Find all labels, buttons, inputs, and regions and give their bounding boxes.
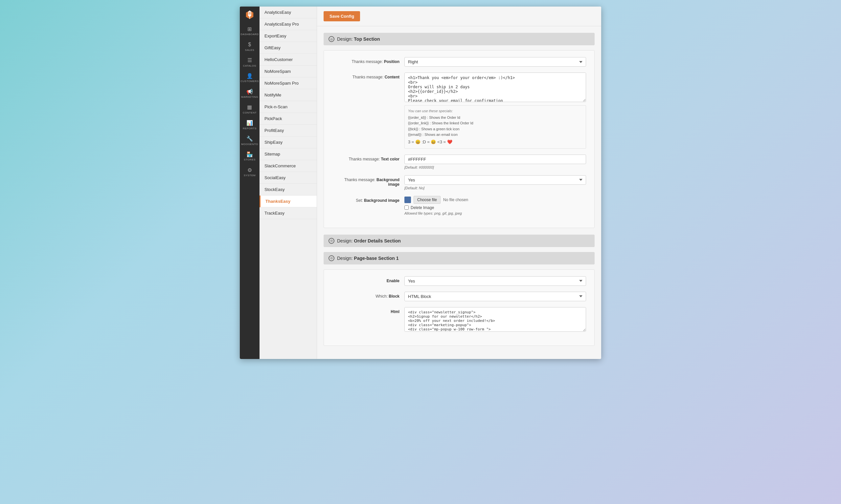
form-row-which-block: Which: BlockHTML BlockCMS Block bbox=[332, 292, 586, 301]
control-which-block: HTML BlockCMS Block bbox=[405, 292, 586, 301]
control-thanks-text-color: [Default: #000000] bbox=[405, 155, 586, 169]
control-thanks-bg-image: YesNo[Default: No] bbox=[405, 175, 586, 190]
icon-sidebar: ⊞DASHBOARD$SALES☰CATALOG👤CUSTOMERS📢MARKE… bbox=[240, 6, 259, 359]
menu-item-export-easy[interactable]: ExportEasy bbox=[259, 30, 317, 42]
system-icon: ⚙ bbox=[246, 167, 253, 173]
html-content-html-textarea[interactable] bbox=[405, 307, 586, 332]
section-title-order-details-section: Design: Order Details Section bbox=[337, 238, 401, 244]
menu-sidebar: AnalyticsEasyAnalyticsEasy ProExportEasy… bbox=[259, 6, 317, 359]
thanks-text-color-input[interactable] bbox=[405, 155, 586, 164]
file-upload-row: Choose fileNo file chosen bbox=[405, 196, 586, 204]
delete-image-checkbox[interactable] bbox=[405, 205, 409, 210]
form-row-set-bg-image: Set: Background imageChoose fileNo file … bbox=[332, 196, 586, 215]
menu-item-pick-pack[interactable]: PickPack bbox=[259, 113, 317, 125]
sidebar-item-reports[interactable]: 📊REPORTS bbox=[240, 117, 259, 133]
magento-logo-icon bbox=[244, 10, 255, 20]
toggle-icon-order-details-section: ⊖ bbox=[328, 238, 334, 244]
menu-item-no-more-spam[interactable]: NoMoreSpam bbox=[259, 66, 317, 77]
section-header-page-base-section-1[interactable]: ⊖ Design: Page-base Section 1 bbox=[324, 252, 595, 265]
form-section-top-section: Thanks message: PositionLeftCenterRightT… bbox=[324, 50, 595, 228]
label-thanks-position: Thanks message: Position bbox=[332, 57, 405, 64]
save-config-button[interactable]: Save Config bbox=[324, 11, 360, 21]
menu-item-no-more-spam-pro[interactable]: NoMoreSpam Pro bbox=[259, 77, 317, 89]
menu-item-analytics-easy[interactable]: AnalyticsEasy bbox=[259, 6, 317, 18]
menu-item-hello-customer[interactable]: HelloCustomer bbox=[259, 54, 317, 66]
menu-item-analytics-easy-pro[interactable]: AnalyticsEasy Pro bbox=[259, 18, 317, 30]
thanks-text-color-helper: [Default: #000000] bbox=[405, 165, 586, 169]
label-enable: Enable bbox=[332, 276, 405, 283]
label-set-bg-image: Set: Background image bbox=[332, 196, 405, 203]
form-row-thanks-content: Thanks message: ContentYou can use these… bbox=[332, 73, 586, 149]
menu-item-thanks-easy[interactable]: ThanksEasy bbox=[259, 196, 317, 208]
toggle-icon-top-section: ⊖ bbox=[328, 36, 334, 42]
label-html-content: Html bbox=[332, 307, 405, 314]
which-block-select[interactable]: HTML BlockCMS Block bbox=[405, 292, 586, 301]
control-html-content bbox=[405, 307, 586, 333]
form-row-thanks-text-color: Thanks message: Text color[Default: #000… bbox=[332, 155, 586, 169]
control-thanks-position: LeftCenterRight bbox=[405, 57, 586, 67]
label-thanks-bg-image: Thanks message: Background image bbox=[332, 175, 405, 187]
menu-item-gift-easy[interactable]: GiftEasy bbox=[259, 42, 317, 54]
sidebar-item-marketing[interactable]: 📢MARKETING bbox=[240, 86, 259, 102]
sidebar-item-content[interactable]: ▦CONTENT bbox=[240, 102, 259, 117]
sidebar-item-sales[interactable]: $SALES bbox=[240, 39, 259, 54]
control-set-bg-image: Choose fileNo file chosenDelete ImageAll… bbox=[405, 196, 586, 215]
reports-icon: 📊 bbox=[246, 120, 253, 126]
section-header-order-details-section[interactable]: ⊖ Design: Order Details Section bbox=[324, 235, 595, 247]
main-content: Save Config ⊖ Design: Top Section Thanks… bbox=[317, 6, 601, 359]
logo-area bbox=[240, 6, 259, 23]
no-file-label: No file chosen bbox=[443, 198, 468, 202]
top-bar: Save Config bbox=[317, 6, 601, 26]
sidebar-item-system[interactable]: ⚙SYSTEM bbox=[240, 164, 259, 180]
menu-item-stock-easy[interactable]: StockEasy bbox=[259, 184, 317, 196]
section-title-top-section: Design: Top Section bbox=[337, 36, 380, 42]
sidebar-item-customers[interactable]: 👤CUSTOMERS bbox=[240, 70, 259, 86]
sidebar-item-dashboard[interactable]: ⊞DASHBOARD bbox=[240, 23, 259, 39]
choose-file-button[interactable]: Choose file bbox=[414, 196, 441, 204]
form-section-page-base-section-1: EnableYesNoWhich: BlockHTML BlockCMS Blo… bbox=[324, 269, 595, 346]
menu-item-social-easy[interactable]: SocialEasy bbox=[259, 172, 317, 184]
sales-icon: $ bbox=[246, 41, 253, 48]
file-color-indicator bbox=[405, 197, 411, 203]
thanks-content-textarea[interactable] bbox=[405, 73, 586, 102]
customers-icon: 👤 bbox=[246, 73, 253, 79]
app-wrapper: ⊞DASHBOARD$SALES☰CATALOG👤CUSTOMERS📢MARKE… bbox=[240, 6, 601, 359]
menu-item-ship-easy[interactable]: ShipEasy bbox=[259, 137, 317, 148]
form-row-html-content: Html bbox=[332, 307, 586, 333]
form-row-thanks-position: Thanks message: PositionLeftCenterRight bbox=[332, 57, 586, 67]
control-enable: YesNo bbox=[405, 276, 586, 286]
menu-item-pick-n-scan[interactable]: Pick-n-Scan bbox=[259, 101, 317, 113]
file-types-text: Allowed file types: png, gif, jpg, jpeg bbox=[405, 211, 586, 215]
toggle-icon-page-base-section-1: ⊖ bbox=[328, 255, 334, 261]
sidebar-item-stores[interactable]: 🏪STORES bbox=[240, 148, 259, 164]
catalog-icon: ☰ bbox=[246, 57, 253, 64]
moogento-icon: 🔧 bbox=[246, 136, 253, 142]
control-thanks-content: You can use these specials:{{order_id}} … bbox=[405, 73, 586, 149]
sidebar-item-moogento[interactable]: 🔧MOOGENTO bbox=[240, 133, 259, 149]
form-row-enable: EnableYesNo bbox=[332, 276, 586, 286]
content-icon: ▦ bbox=[246, 104, 253, 111]
label-which-block: Which: Block bbox=[332, 292, 405, 299]
stores-icon: 🏪 bbox=[246, 151, 253, 158]
section-title-page-base-section-1: Design: Page-base Section 1 bbox=[337, 256, 399, 261]
sidebar-item-catalog[interactable]: ☰CATALOG bbox=[240, 54, 259, 70]
marketing-icon: 📢 bbox=[246, 88, 253, 95]
menu-item-sitemap[interactable]: Sitemap bbox=[259, 148, 317, 160]
menu-item-profit-easy[interactable]: ProfitEasy bbox=[259, 125, 317, 137]
label-thanks-text-color: Thanks message: Text color bbox=[332, 155, 405, 161]
thanks-bg-image-helper: [Default: No] bbox=[405, 186, 586, 190]
thanks-position-select[interactable]: LeftCenterRight bbox=[405, 57, 586, 67]
menu-item-slack-commerce[interactable]: SlackCommerce bbox=[259, 160, 317, 172]
delete-image-row: Delete Image bbox=[405, 205, 586, 210]
thanks-bg-image-select[interactable]: YesNo bbox=[405, 175, 586, 185]
content-area: ⊖ Design: Top Section Thanks message: Po… bbox=[317, 26, 601, 359]
form-row-thanks-bg-image: Thanks message: Background imageYesNo[De… bbox=[332, 175, 586, 190]
enable-select[interactable]: YesNo bbox=[405, 276, 586, 286]
specials-box: You can use these specials:{{order_id}} … bbox=[405, 105, 586, 149]
section-header-top-section[interactable]: ⊖ Design: Top Section bbox=[324, 33, 595, 45]
menu-item-track-easy[interactable]: TrackEasy bbox=[259, 208, 317, 219]
label-thanks-content: Thanks message: Content bbox=[332, 73, 405, 79]
dashboard-icon: ⊞ bbox=[246, 25, 253, 32]
menu-item-notify-me[interactable]: NotifyMe bbox=[259, 89, 317, 101]
delete-image-label: Delete Image bbox=[411, 205, 434, 210]
